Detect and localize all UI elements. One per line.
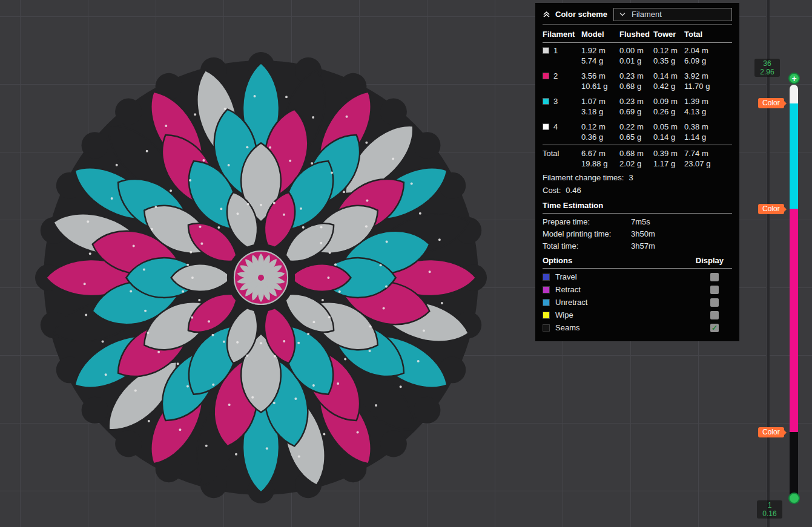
cell-value: 0.22 m xyxy=(619,122,653,131)
cell-value: 3.56 m xyxy=(581,71,619,80)
cell-value: 0.12 m xyxy=(581,122,619,131)
seams-display-checkbox[interactable]: ✓ xyxy=(710,324,719,332)
filament-number: 3 xyxy=(553,97,558,106)
cell-value: 0.65 g xyxy=(619,133,653,142)
cell-value: 0.39 m xyxy=(653,149,684,158)
flushed-cell: 0.68 m 2.02 g xyxy=(619,149,653,168)
filament-change-label: Filament change times: xyxy=(543,172,624,183)
filament-id-cell: 4 xyxy=(543,122,581,142)
top-layer-height: 2.96 xyxy=(754,68,780,76)
cell-value: 19.88 g xyxy=(581,159,619,168)
layer-slider-top-handle[interactable]: + xyxy=(788,73,800,84)
filament-swatch xyxy=(543,47,549,54)
layer-slider-bottom-handle[interactable] xyxy=(788,493,800,504)
color-change-button[interactable]: Color xyxy=(758,427,784,437)
color-scheme-dropdown[interactable]: Filament xyxy=(613,8,732,21)
color-segment-black xyxy=(790,432,798,498)
filament-row: 2 3.56 m 10.61 g 0.23 m 0.68 g 0.14 m 0.… xyxy=(543,68,732,94)
chevron-down-icon xyxy=(619,12,626,16)
retract-display-checkbox[interactable] xyxy=(710,286,719,294)
filament-row: 1 1.92 m 5.74 g 0.00 m 0.01 g 0.12 m 0.3… xyxy=(543,43,732,68)
top-layer-number: 36 xyxy=(754,59,780,68)
cost-row: Cost: 0.46 xyxy=(543,184,732,197)
tower-cell: 0.14 m 0.42 g xyxy=(653,71,684,91)
color-change-button[interactable]: Color xyxy=(758,98,784,108)
wipe-display-checkbox[interactable] xyxy=(710,311,719,319)
total-cell: 0.38 m 1.14 g xyxy=(684,122,732,142)
time-label: Total time: xyxy=(543,241,631,251)
option-label: Travel xyxy=(555,272,577,281)
cell-value: 6.09 g xyxy=(684,56,732,65)
time-value: 3h57m xyxy=(631,241,655,251)
flushed-cell: 0.23 m 0.68 g xyxy=(619,71,653,91)
filament-number: 1 xyxy=(553,46,558,55)
collapse-panel-icon[interactable] xyxy=(543,10,550,18)
cell-value: 0.26 g xyxy=(653,107,684,116)
unretract-display-checkbox[interactable] xyxy=(710,298,719,307)
cell-value: 0.00 m xyxy=(619,46,653,55)
option-row-seams: Seams ✓ xyxy=(543,321,732,334)
total-label: Total xyxy=(543,149,581,168)
cell-value: 4.13 g xyxy=(684,107,732,116)
model-cell: 1.07 m 3.18 g xyxy=(581,97,619,116)
option-label: Unretract xyxy=(555,298,587,307)
travel-display-checkbox[interactable] xyxy=(710,273,719,281)
cell-value: 0.12 m xyxy=(653,46,684,55)
filament-id-cell: 3 xyxy=(543,97,581,116)
cell-value: 2.04 m xyxy=(684,46,732,55)
option-label: Wipe xyxy=(555,310,573,319)
cell-value: 0.68 g xyxy=(619,82,653,91)
cell-value: 1.07 m xyxy=(581,97,619,106)
cell-value: 0.14 g xyxy=(653,133,684,142)
cell-value: 7.74 m xyxy=(684,149,732,158)
plus-icon: + xyxy=(791,74,796,83)
option-label: Seams xyxy=(555,323,579,332)
cell-value: 0.35 g xyxy=(653,56,684,65)
options-header: Options Display xyxy=(543,252,732,269)
cell-value: 0.42 g xyxy=(653,82,684,91)
time-label: Prepare time: xyxy=(543,217,631,227)
filament-change-times: Filament change times: 3 xyxy=(543,171,732,184)
layer-readout-bottom: 1 0.16 xyxy=(757,500,782,519)
cost-label: Cost: xyxy=(543,185,561,195)
color-scheme-panel: Color scheme Filament Filament Model Flu… xyxy=(535,3,739,341)
table-total-row: Total 6.67 m 19.88 g 0.68 m 2.02 g 0.39 … xyxy=(543,145,732,171)
model-cell: 1.92 m 5.74 g xyxy=(581,46,619,65)
travel-color-swatch xyxy=(543,273,550,281)
options-title: Options xyxy=(543,256,572,265)
cell-value: 0.09 m xyxy=(653,97,684,106)
color-change-button[interactable]: Color xyxy=(758,204,784,214)
color-segment-cyan xyxy=(790,103,798,209)
tower-cell: 0.05 m 0.14 g xyxy=(653,122,684,142)
cell-value: 5.74 g xyxy=(581,56,619,65)
bottom-layer-height: 0.16 xyxy=(757,509,782,518)
cell-value: 1.17 g xyxy=(653,159,684,168)
color-segment-magenta xyxy=(790,209,798,432)
col-header-model: Model xyxy=(581,30,619,39)
time-estimation-title: Time Estimation xyxy=(543,197,732,214)
total-cell: 1.39 m 4.13 g xyxy=(684,97,732,116)
cost-value: 0.46 xyxy=(566,185,581,195)
cell-value: 1.14 g xyxy=(684,133,732,142)
option-row-wipe: Wipe xyxy=(543,309,732,321)
layer-slider-rail[interactable] xyxy=(767,0,770,527)
tower-cell: 0.09 m 0.26 g xyxy=(653,97,684,116)
filament-change-value: 3 xyxy=(629,172,633,183)
cell-value: 0.23 m xyxy=(619,71,653,80)
filament-row: 3 1.07 m 3.18 g 0.23 m 0.69 g 0.09 m 0.2… xyxy=(543,94,732,119)
panel-header: Color scheme Filament xyxy=(543,6,732,22)
retract-color-swatch xyxy=(543,286,550,293)
filament-id-cell: 1 xyxy=(543,46,581,65)
col-header-flushed: Flushed xyxy=(619,30,653,39)
cell-value: 0.69 g xyxy=(619,107,653,116)
time-row: Prepare time: 7m5s xyxy=(543,216,732,228)
cell-value: 10.61 g xyxy=(581,82,619,91)
cell-value: 11.70 g xyxy=(684,82,732,91)
layer-color-bar[interactable] xyxy=(790,85,798,498)
col-header-total: Total xyxy=(684,30,732,39)
dropdown-value: Filament xyxy=(632,10,662,19)
flushed-cell: 0.00 m 0.01 g xyxy=(619,46,653,65)
total-cell: 3.92 m 11.70 g xyxy=(684,71,732,91)
cell-value: 23.07 g xyxy=(684,159,732,168)
filament-swatch xyxy=(543,98,549,105)
